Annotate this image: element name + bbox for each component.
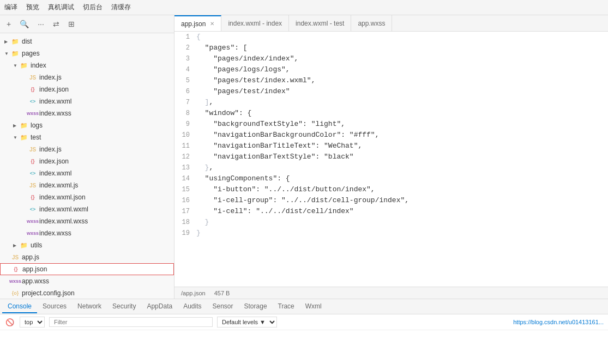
tree-item-label: index.wxml.wxss	[39, 217, 88, 225]
bottom-tab-appdata[interactable]: AppData	[141, 300, 178, 313]
bottom-tab-wxml[interactable]: Wxml	[300, 300, 327, 313]
more-options-button[interactable]: ···	[35, 19, 46, 29]
line-content: }	[196, 228, 608, 239]
menu-clear-cache[interactable]: 清缓存	[111, 3, 131, 12]
tab-index-wxml-test[interactable]: index.wxml - test	[289, 15, 351, 32]
line-number: 10	[174, 130, 196, 141]
tree-item-label: dist	[22, 38, 32, 45]
tree-item-test-index-wxml-wxss[interactable]: wxssindex.wxml.wxss	[0, 215, 174, 227]
line-number: 14	[174, 173, 196, 184]
tab-close-button[interactable]: ✕	[210, 21, 214, 27]
bottom-tab-sources[interactable]: Sources	[37, 300, 72, 313]
tab-app-wxss-tab[interactable]: app.wxss	[351, 15, 392, 32]
tree-item-project-config[interactable]: {o}project.config.json	[0, 287, 174, 299]
code-line-2: 2 "pages": [	[174, 43, 608, 53]
tree-item-label: index.json	[39, 157, 69, 165]
tree-item-index-folder[interactable]: ▼📁index	[0, 59, 174, 71]
line-content: "pages/logs/logs",	[196, 64, 608, 75]
line-content: }	[196, 217, 608, 228]
tree-item-label: index.wxml.json	[39, 193, 86, 201]
filter-input[interactable]	[49, 317, 213, 327]
csdn-link[interactable]: https://blog.csdn.net/u01413161...	[513, 319, 604, 325]
tree-item-test-index-wxml-wxml[interactable]: <>index.wxml.wxml	[0, 203, 174, 215]
tree-item-test-index-js[interactable]: JSindex.js	[0, 143, 174, 155]
tree-item-pages[interactable]: ▼📁pages	[0, 47, 174, 59]
search-button[interactable]: 🔍	[17, 19, 31, 29]
file-size: 457 B	[214, 290, 230, 296]
tab-app-json-tab[interactable]: app.json✕	[174, 15, 221, 32]
tree-item-label: index.js	[39, 74, 62, 81]
code-line-17: 17 "i-cell": "../../dist/cell/index"	[174, 206, 608, 217]
menu-compile[interactable]: 编译	[4, 3, 17, 12]
tree-item-dist[interactable]: ▶📁dist	[0, 35, 174, 47]
tree-item-test-index-json[interactable]: {}index.json	[0, 155, 174, 167]
collapse-button[interactable]: ⇄	[51, 19, 62, 29]
folder-icon: 📁	[11, 37, 20, 46]
menu-device-debug[interactable]: 真机调试	[48, 3, 74, 12]
tree-arrow-icon: ▶	[13, 243, 20, 248]
line-number: 7	[174, 97, 196, 108]
line-number: 15	[174, 184, 196, 195]
code-editor[interactable]: 1{2 "pages": [3 "pages/index/index",4 "p…	[174, 32, 608, 287]
tab-label: index.wxml - test	[296, 20, 344, 27]
file-path: /app.json	[181, 290, 206, 296]
tree-item-utils-folder[interactable]: ▶📁utils	[0, 239, 174, 251]
line-number: 9	[174, 119, 196, 130]
split-button[interactable]: ⊞	[66, 19, 77, 29]
menu-preview[interactable]: 预览	[26, 3, 39, 12]
tab-index-wxml-index[interactable]: index.wxml - index	[221, 15, 289, 32]
line-number: 5	[174, 75, 196, 86]
folder-icon: 📁	[20, 61, 28, 70]
bottom-tab-trace[interactable]: Trace	[273, 300, 300, 313]
code-line-3: 3 "pages/index/index",	[174, 53, 608, 64]
tree-item-index-json[interactable]: {}index.json	[0, 83, 174, 95]
line-content: "usingComponents": {	[196, 173, 608, 184]
tree-item-test-index-wxss[interactable]: wxssindex.wxss	[0, 227, 174, 239]
tree-item-test-index-wxml-json[interactable]: {}index.wxml.json	[0, 191, 174, 203]
log-level-selector[interactable]: Default levels ▼	[217, 317, 277, 327]
code-line-19: 19}	[174, 228, 608, 239]
line-content: "navigationBarTitleText": "WeChat",	[196, 141, 608, 151]
json-icon: {}	[28, 193, 37, 202]
tab-label: app.wxss	[358, 20, 385, 27]
context-selector[interactable]: top	[20, 317, 45, 327]
bottom-tab-storage[interactable]: Storage	[239, 300, 273, 313]
line-content: },	[196, 162, 608, 173]
tree-item-app-js[interactable]: JSapp.js	[0, 251, 174, 263]
bottom-tab-console[interactable]: Console	[2, 300, 37, 313]
wxss-icon: wxss	[11, 277, 20, 286]
line-content: {	[196, 32, 608, 43]
line-number: 2	[174, 43, 196, 53]
tree-item-app-wxss[interactable]: wxssapp.wxss	[0, 275, 174, 287]
tree-item-test-folder[interactable]: ▼📁test	[0, 131, 174, 143]
code-line-9: 9 "backgroundTextStyle": "light",	[174, 119, 608, 130]
clear-console-button[interactable]: 🚫	[4, 317, 15, 327]
tree-item-index-js[interactable]: JSindex.js	[0, 71, 174, 83]
tree-arrow-icon: ▼	[4, 51, 11, 56]
bottom-tab-network[interactable]: Network	[72, 300, 107, 313]
code-line-6: 6 "pages/test/index"	[174, 86, 608, 97]
tree-item-label: index.js	[39, 145, 62, 153]
tree-item-test-index-wxml[interactable]: <>index.wxml	[0, 167, 174, 179]
tree-item-logs-folder[interactable]: ▶📁logs	[0, 119, 174, 131]
tree-item-test-index-wxml-js[interactable]: JSindex.wxml.js	[0, 179, 174, 191]
menu-background[interactable]: 切后台	[83, 3, 103, 12]
code-line-16: 16 "i-cell-group": "../../dist/cell-grou…	[174, 195, 608, 206]
tree-item-index-wxss[interactable]: wxssindex.wxss	[0, 107, 174, 119]
json-icon: {}	[28, 157, 37, 166]
code-line-10: 10 "navigationBarBackgroundColor": "#fff…	[174, 130, 608, 141]
code-line-11: 11 "navigationBarTitleText": "WeChat",	[174, 141, 608, 151]
line-content: ],	[196, 97, 608, 108]
add-file-button[interactable]: +	[4, 19, 13, 29]
code-line-12: 12 "navigationBarTextStyle": "black"	[174, 151, 608, 162]
tree-item-app-json[interactable]: {}app.json	[0, 263, 174, 275]
main-area: + 🔍 ··· ⇄ ⊞ ▶📁dist▼📁pages▼📁indexJSindex.…	[0, 15, 608, 299]
js-icon: JS	[28, 73, 37, 82]
bottom-tab-sensor[interactable]: Sensor	[207, 300, 239, 313]
bottom-tab-security[interactable]: Security	[107, 300, 141, 313]
tree-item-index-wxml[interactable]: <>index.wxml	[0, 95, 174, 107]
bottom-content	[0, 330, 608, 364]
code-line-13: 13 },	[174, 162, 608, 173]
code-line-7: 7 ],	[174, 97, 608, 108]
bottom-tab-audits[interactable]: Audits	[178, 300, 207, 313]
